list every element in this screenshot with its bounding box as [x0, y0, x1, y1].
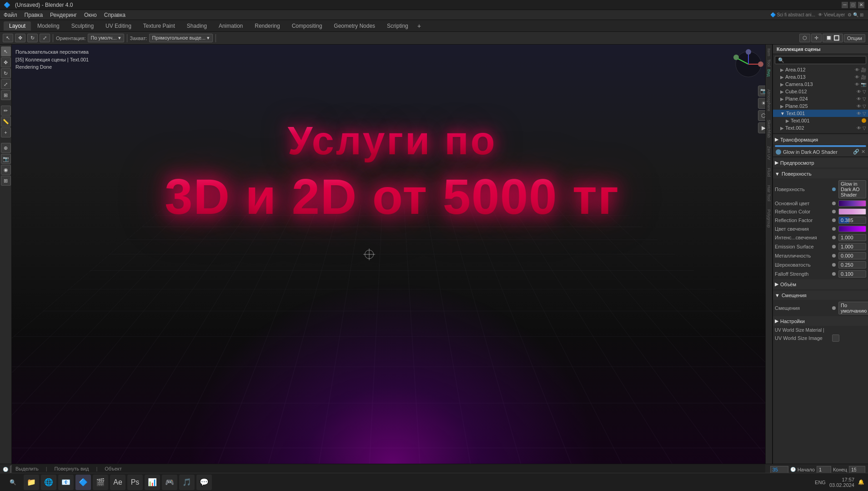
gizmo-btn[interactable]: ✛: [811, 34, 822, 42]
tree-item-cube012[interactable]: ▶ Cube.012 👁 ▽: [773, 88, 868, 95]
tab-shading[interactable]: Shading: [181, 21, 212, 30]
eye-icon[interactable]: 👁: [857, 126, 861, 131]
frame-start-input[interactable]: 1: [817, 466, 831, 473]
taskbar-explorer[interactable]: 📁: [24, 475, 39, 490]
cam-icon[interactable]: 🎥: [861, 67, 866, 72]
overlay-btn[interactable]: ⬡: [799, 34, 810, 42]
orientation-dropdown[interactable]: По умолч... ▾: [88, 34, 124, 42]
taskbar-app6[interactable]: 🎮: [162, 475, 177, 490]
glow-intensity-value[interactable]: 1.000: [838, 234, 866, 241]
tab-uv-editing[interactable]: UV Editing: [100, 21, 137, 30]
add-tab-btn[interactable]: +: [415, 22, 424, 30]
metallic-value[interactable]: 0.000: [838, 252, 866, 259]
eye-icon[interactable]: 👁: [857, 104, 861, 109]
taskbar-aftereffects[interactable]: Ae: [110, 475, 125, 490]
menu-window[interactable]: Окно: [80, 10, 100, 20]
eye-icon[interactable]: 👁: [855, 75, 859, 80]
menu-help[interactable]: Справка: [100, 10, 129, 20]
taskbar-app8[interactable]: 💬: [196, 475, 212, 490]
light-probe-tool[interactable]: ◉: [1, 165, 11, 175]
scale-tool-btn[interactable]: ⤢: [40, 34, 50, 42]
tree-item-area013[interactable]: ▶ Area.013 👁 🎥: [773, 73, 868, 81]
scale-tool[interactable]: ⤢: [1, 79, 11, 89]
move-tool[interactable]: ✥: [1, 57, 11, 67]
move-tool-btn[interactable]: ✥: [15, 34, 25, 42]
taskbar-photoshop[interactable]: Ps: [127, 475, 143, 490]
select-tool-btn[interactable]: ↖: [3, 34, 13, 42]
close-btn[interactable]: ✕: [858, 2, 864, 8]
tri-icon[interactable]: ▽: [863, 111, 866, 116]
displacement-header[interactable]: ▼ Смещения: [773, 291, 868, 300]
falloff-value[interactable]: 0.100: [838, 270, 866, 278]
minimize-btn[interactable]: ─: [842, 2, 848, 8]
maximize-btn[interactable]: □: [850, 2, 856, 8]
tab-compositing[interactable]: Compositing: [286, 21, 328, 30]
viewport-gizmo[interactable]: [733, 48, 769, 85]
tab-texture-paint[interactable]: Texture Paint: [138, 21, 181, 30]
roughness-value[interactable]: 0.250: [838, 261, 866, 268]
base-color-bar[interactable]: [838, 200, 866, 207]
shader-link-icon[interactable]: 🔗: [853, 149, 859, 155]
taskbar-premiere[interactable]: 🎬: [93, 475, 108, 490]
eye-icon[interactable]: 👁: [857, 111, 861, 116]
tab-rendering[interactable]: Rendering: [249, 21, 285, 30]
tree-item-plane025[interactable]: ▶ Plane.025 👁 ▽: [773, 102, 868, 110]
taskbar-blender[interactable]: 🔷: [75, 475, 91, 490]
tree-item-plane024[interactable]: ▶ Plane.024 👁 ▽: [773, 95, 868, 102]
tree-item-text002[interactable]: ▶ Text.002 👁 ▽: [773, 124, 868, 132]
rotate-tool-btn[interactable]: ↻: [27, 34, 38, 42]
taskbar-notification[interactable]: 🔔: [858, 479, 864, 485]
grid-icon[interactable]: ⊞: [1, 176, 11, 186]
transformation-header[interactable]: ▶ Трансформация: [773, 135, 868, 144]
tab-modeling[interactable]: Modeling: [32, 21, 65, 30]
taskbar-edge[interactable]: 🌐: [41, 475, 56, 490]
reflection-color-bar[interactable]: [838, 208, 866, 215]
tree-item-camera013[interactable]: ▶ Camera.013 👁 📷: [773, 81, 868, 88]
tri-icon[interactable]: ▽: [863, 89, 866, 94]
menu-edit[interactable]: Правка: [21, 10, 47, 20]
eye-icon[interactable]: 👁: [855, 82, 859, 87]
scene-search-input[interactable]: [775, 56, 866, 64]
current-frame-input[interactable]: 35: [770, 466, 788, 473]
transform-tool[interactable]: ⊞: [1, 90, 11, 100]
measure-tool[interactable]: 📏: [1, 116, 11, 127]
options-btn[interactable]: Опции: [844, 34, 865, 42]
add-tool[interactable]: +: [1, 127, 11, 137]
scrollbar[interactable]: [775, 145, 866, 147]
taskbar-app5[interactable]: 📊: [145, 475, 160, 490]
reflection-factor-value[interactable]: 0.385: [838, 217, 866, 224]
tab-sculpting[interactable]: Sculpting: [66, 21, 99, 30]
uv-image-preview[interactable]: [832, 334, 839, 342]
eye-icon[interactable]: 👁: [857, 96, 861, 101]
tab-layout[interactable]: Layout: [4, 21, 31, 30]
surface-header[interactable]: ▼ Поверхность: [773, 169, 868, 178]
tab-animation[interactable]: Animation: [213, 21, 248, 30]
rotate-tool[interactable]: ↻: [1, 68, 11, 78]
glow-color-bar[interactable]: [838, 226, 866, 232]
shader-close-icon[interactable]: ✕: [861, 149, 865, 155]
menu-render[interactable]: Рендеринг: [46, 10, 80, 20]
annotate-tool[interactable]: ✏: [1, 106, 11, 116]
cam-icon[interactable]: 🎥: [861, 75, 866, 80]
tree-item-text001[interactable]: ▼ Text.001 👁 ▽: [773, 110, 868, 117]
eye-icon[interactable]: 👁: [857, 89, 861, 94]
tri-icon[interactable]: ▽: [863, 104, 866, 109]
window-controls[interactable]: ─ □ ✕: [842, 2, 864, 8]
surface-value[interactable]: Glow in Dark AO Shader: [838, 180, 866, 198]
tab-geometry-nodes[interactable]: Geometry Nodes: [328, 21, 381, 30]
taskbar-mail[interactable]: 📧: [58, 475, 74, 490]
render-icon[interactable]: 📷: [861, 82, 866, 87]
viewport-gizmo-btn[interactable]: ⊕: [1, 143, 11, 153]
volume-header[interactable]: ▶ Объём: [773, 279, 868, 289]
settings-header[interactable]: ▶ Настройки: [773, 316, 868, 326]
camera-tool[interactable]: 📷: [1, 154, 11, 164]
displacement-value[interactable]: По умолчанию: [838, 302, 868, 314]
cursor-tool[interactable]: ↖: [1, 46, 11, 56]
preview-header[interactable]: ▶ Предпросмотр: [773, 158, 868, 167]
viewport[interactable]: Услуги по 3D и 2D от 5000 тг Пользовател…: [12, 45, 773, 464]
emission-surface-value[interactable]: 1.000: [838, 243, 866, 250]
tri-icon[interactable]: ▽: [863, 96, 866, 101]
grab-dropdown[interactable]: Прямоугольное выде... ▾: [149, 34, 213, 42]
tree-item-text001-child[interactable]: ▶ Text.001: [773, 117, 868, 124]
tab-scripting[interactable]: Scripting: [381, 21, 414, 30]
